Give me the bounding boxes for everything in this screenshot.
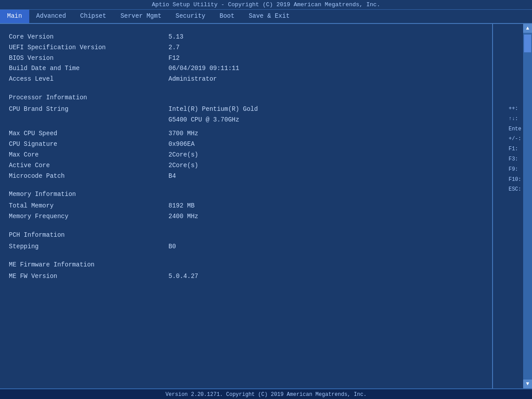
menu-item-security[interactable]: Security: [168, 10, 212, 23]
max-cpu-speed-row: Max CPU Speed 3700 MHz: [9, 129, 483, 139]
build-date-label: Build Date and Time: [9, 63, 168, 74]
uefi-spec-row: UEFI Specification Version 2.7: [9, 43, 483, 53]
stepping-value: B0: [168, 242, 176, 252]
me-fw-value: 5.0.4.27: [168, 271, 198, 282]
max-core-label: Max Core: [9, 150, 168, 160]
core-version-value: 5.13: [168, 32, 184, 43]
total-memory-value: 8192 MB: [168, 201, 195, 211]
scrollbar-track[interactable]: ▲ ▼: [523, 24, 532, 388]
access-level-value: Administrator: [168, 74, 217, 85]
key-esc: ESC:: [509, 184, 521, 195]
uefi-spec-label: UEFI Specification Version: [9, 43, 168, 53]
content-area: Core Version 5.13 UEFI Specification Ver…: [0, 24, 532, 388]
uefi-spec-value: 2.7: [168, 43, 180, 53]
memory-section-label: Memory Information: [9, 189, 168, 200]
key-navigate: ↑↓:: [509, 114, 521, 124]
key-f10: F10:: [509, 175, 521, 185]
key-f1: F1:: [509, 144, 521, 154]
processor-section-label: Processor Information: [9, 93, 168, 103]
bios-version-row: BIOS Version F12: [9, 53, 483, 64]
cpu-signature-value: 0x906EA: [168, 139, 195, 150]
memory-freq-row: Memory Frequency 2400 MHz: [9, 211, 483, 222]
menu-item-server-mgmt[interactable]: Server Mgmt: [113, 10, 168, 23]
cpu-signature-label: CPU Signature: [9, 139, 168, 150]
stepping-row: Stepping B0: [9, 242, 483, 252]
menu-item-main[interactable]: Main: [0, 10, 29, 23]
menu-item-boot[interactable]: Boot: [212, 10, 242, 23]
total-memory-label: Total Memory: [9, 201, 168, 211]
max-cpu-speed-value: 3700 MHz: [168, 129, 198, 139]
bottom-bar-text: Version 2.20.1271. Copyright (C) 2019 Am…: [165, 391, 367, 398]
cpu-brand-line2: G5400 CPU @ 3.70GHz: [168, 115, 258, 125]
key-f3: F3:: [509, 154, 521, 164]
cpu-brand-line1: Intel(R) Pentium(R) Gold: [168, 104, 258, 115]
menu-item-save-exit[interactable]: Save & Exit: [242, 10, 297, 23]
max-core-row: Max Core 2Core(s): [9, 150, 483, 160]
pch-section-header: PCH Information: [9, 230, 483, 241]
memory-freq-value: 2400 MHz: [168, 211, 198, 222]
menu-item-advanced[interactable]: Advanced: [29, 10, 73, 23]
key-enter: Ente: [509, 124, 521, 134]
scrollbar-up-button[interactable]: ▲: [523, 24, 532, 33]
scrollbar-thumb[interactable]: [524, 35, 531, 52]
max-cpu-speed-label: Max CPU Speed: [9, 129, 168, 139]
menu-item-chipset[interactable]: Chipset: [73, 10, 113, 23]
cpu-brand-row: CPU Brand String Intel(R) Pentium(R) Gol…: [9, 104, 483, 125]
microcode-patch-row: Microcode Patch B4: [9, 171, 483, 182]
title-text: Aptio Setup Utility - Copyright (C) 2019…: [152, 1, 380, 8]
bottom-bar: Version 2.20.1271. Copyright (C) 2019 Am…: [0, 388, 532, 399]
right-sidebar: ++: ↑↓: Ente +/-: F1: F3: F9: F10: ESC: …: [492, 24, 532, 388]
memory-section-header: Memory Information: [9, 189, 483, 200]
bios-version-label: BIOS Version: [9, 53, 168, 64]
me-section-header: ME Firmware Information: [9, 260, 483, 270]
me-section-label: ME Firmware Information: [9, 260, 168, 270]
memory-freq-label: Memory Frequency: [9, 211, 168, 222]
key-change: +/-:: [509, 134, 521, 144]
build-date-value: 06/04/2019 09:11:11: [168, 63, 239, 74]
microcode-patch-value: B4: [168, 171, 176, 182]
cpu-signature-row: CPU Signature 0x906EA: [9, 139, 483, 150]
active-core-row: Active Core 2Core(s): [9, 160, 483, 171]
build-date-row: Build Date and Time 06/04/2019 09:11:11: [9, 63, 483, 74]
active-core-value: 2Core(s): [168, 160, 198, 171]
processor-section-header: Processor Information: [9, 93, 483, 103]
title-bar: Aptio Setup Utility - Copyright (C) 2019…: [0, 0, 532, 10]
active-core-label: Active Core: [9, 160, 168, 171]
pch-section-label: PCH Information: [9, 230, 168, 241]
menu-bar: Main Advanced Chipset Server Mgmt Securi…: [0, 10, 532, 24]
microcode-patch-label: Microcode Patch: [9, 171, 168, 182]
total-memory-row: Total Memory 8192 MB: [9, 201, 483, 211]
scrollbar-down-button[interactable]: ▼: [523, 379, 532, 388]
core-version-row: Core Version 5.13: [9, 32, 483, 43]
key-select: ++:: [509, 104, 521, 114]
stepping-label: Stepping: [9, 242, 168, 252]
core-version-label: Core Version: [9, 32, 168, 43]
key-f9: F9:: [509, 164, 521, 175]
main-panel: Core Version 5.13 UEFI Specification Ver…: [0, 24, 492, 388]
access-level-row: Access Level Administrator: [9, 74, 483, 85]
key-legend: ++: ↑↓: Ente +/-: F1: F3: F9: F10: ESC:: [509, 104, 521, 195]
cpu-brand-label: CPU Brand String: [9, 104, 168, 125]
max-core-value: 2Core(s): [168, 150, 198, 160]
access-level-label: Access Level: [9, 74, 168, 85]
me-fw-row: ME FW Version 5.0.4.27: [9, 271, 483, 282]
bios-version-value: F12: [168, 53, 180, 64]
me-fw-label: ME FW Version: [9, 271, 168, 282]
